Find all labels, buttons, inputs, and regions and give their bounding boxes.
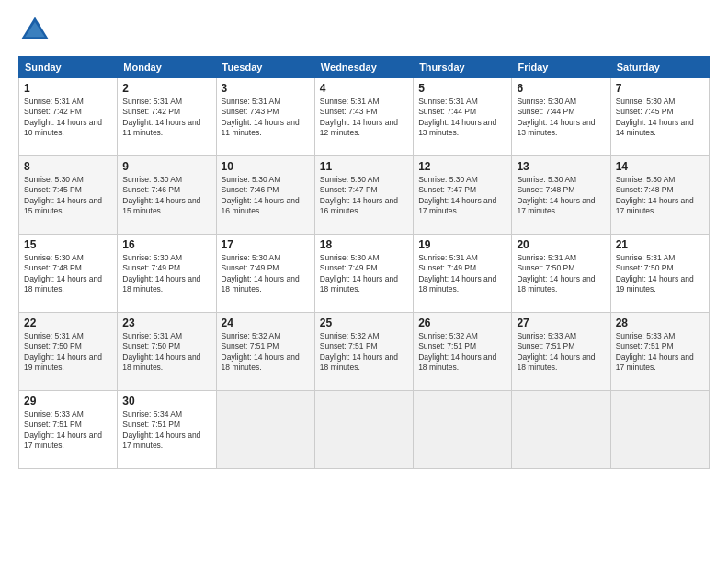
- calendar-day-cell: 18Sunrise: 5:30 AMSunset: 7:49 PMDayligh…: [314, 235, 413, 313]
- day-number: 22: [24, 316, 112, 329]
- day-number: 14: [616, 160, 704, 173]
- day-content: Sunrise: 5:32 AMSunset: 7:51 PMDaylight:…: [320, 331, 408, 373]
- day-number: 21: [616, 238, 704, 251]
- calendar-day-cell: 12Sunrise: 5:30 AMSunset: 7:47 PMDayligh…: [414, 156, 512, 235]
- day-number: 25: [320, 316, 408, 329]
- day-content: Sunrise: 5:31 AMSunset: 7:42 PMDaylight:…: [122, 97, 210, 139]
- day-content: Sunrise: 5:31 AMSunset: 7:43 PMDaylight:…: [222, 97, 310, 139]
- day-content: Sunrise: 5:30 AMSunset: 7:45 PMDaylight:…: [24, 175, 112, 217]
- calendar-day-cell: 21Sunrise: 5:31 AMSunset: 7:50 PMDayligh…: [610, 235, 709, 313]
- empty-cell: [314, 391, 413, 469]
- calendar-day-cell: 15Sunrise: 5:30 AMSunset: 7:48 PMDayligh…: [19, 235, 118, 313]
- day-content: Sunrise: 5:31 AMSunset: 7:42 PMDaylight:…: [24, 97, 112, 139]
- day-number: 16: [122, 238, 210, 251]
- day-number: 27: [517, 316, 605, 329]
- day-number: 7: [616, 82, 704, 95]
- calendar-day-cell: 27Sunrise: 5:33 AMSunset: 7:51 PMDayligh…: [512, 313, 610, 391]
- header: [18, 14, 710, 47]
- calendar-day-cell: 30Sunrise: 5:34 AMSunset: 7:51 PMDayligh…: [118, 391, 216, 469]
- calendar-header-wednesday: Wednesday: [314, 57, 413, 78]
- day-number: 1: [24, 82, 112, 95]
- calendar-table: SundayMondayTuesdayWednesdayThursdayFrid…: [18, 56, 710, 469]
- calendar-week-row: 22Sunrise: 5:31 AMSunset: 7:50 PMDayligh…: [19, 313, 710, 391]
- day-number: 17: [222, 238, 310, 251]
- day-number: 8: [24, 160, 112, 173]
- day-number: 11: [320, 160, 408, 173]
- calendar-header-sunday: Sunday: [19, 57, 118, 78]
- calendar-day-cell: 25Sunrise: 5:32 AMSunset: 7:51 PMDayligh…: [314, 313, 413, 391]
- day-content: Sunrise: 5:31 AMSunset: 7:44 PMDaylight:…: [418, 97, 506, 139]
- calendar-day-cell: 26Sunrise: 5:32 AMSunset: 7:51 PMDayligh…: [414, 313, 512, 391]
- day-number: 30: [122, 395, 210, 408]
- calendar-header-saturday: Saturday: [610, 57, 709, 78]
- calendar-week-row: 8Sunrise: 5:30 AMSunset: 7:45 PMDaylight…: [19, 156, 710, 235]
- calendar-day-cell: 4Sunrise: 5:31 AMSunset: 7:43 PMDaylight…: [314, 78, 413, 156]
- day-content: Sunrise: 5:30 AMSunset: 7:47 PMDaylight:…: [320, 175, 408, 217]
- calendar-day-cell: 23Sunrise: 5:31 AMSunset: 7:50 PMDayligh…: [118, 313, 216, 391]
- day-content: Sunrise: 5:30 AMSunset: 7:48 PMDaylight:…: [616, 175, 704, 217]
- day-number: 4: [320, 82, 408, 95]
- day-content: Sunrise: 5:30 AMSunset: 7:47 PMDaylight:…: [418, 175, 506, 217]
- day-content: Sunrise: 5:30 AMSunset: 7:49 PMDaylight:…: [222, 253, 310, 295]
- calendar-day-cell: 29Sunrise: 5:33 AMSunset: 7:51 PMDayligh…: [19, 391, 118, 469]
- calendar-day-cell: 22Sunrise: 5:31 AMSunset: 7:50 PMDayligh…: [19, 313, 118, 391]
- calendar-day-cell: 20Sunrise: 5:31 AMSunset: 7:50 PMDayligh…: [512, 235, 610, 313]
- calendar-day-cell: 5Sunrise: 5:31 AMSunset: 7:44 PMDaylight…: [414, 78, 512, 156]
- day-number: 9: [122, 160, 210, 173]
- calendar-header-monday: Monday: [118, 57, 216, 78]
- day-content: Sunrise: 5:31 AMSunset: 7:50 PMDaylight:…: [616, 253, 704, 295]
- empty-cell: [512, 391, 610, 469]
- logo-icon: [18, 14, 51, 47]
- day-content: Sunrise: 5:33 AMSunset: 7:51 PMDaylight:…: [616, 331, 704, 373]
- day-content: Sunrise: 5:32 AMSunset: 7:51 PMDaylight:…: [418, 331, 506, 373]
- empty-cell: [216, 391, 314, 469]
- day-content: Sunrise: 5:33 AMSunset: 7:51 PMDaylight:…: [24, 409, 112, 452]
- day-content: Sunrise: 5:31 AMSunset: 7:49 PMDaylight:…: [418, 253, 506, 295]
- day-number: 19: [418, 238, 506, 251]
- day-number: 29: [24, 395, 112, 408]
- calendar-day-cell: 28Sunrise: 5:33 AMSunset: 7:51 PMDayligh…: [610, 313, 709, 391]
- day-content: Sunrise: 5:30 AMSunset: 7:48 PMDaylight:…: [517, 175, 605, 217]
- calendar-day-cell: 6Sunrise: 5:30 AMSunset: 7:44 PMDaylight…: [512, 78, 610, 156]
- day-content: Sunrise: 5:30 AMSunset: 7:44 PMDaylight:…: [517, 97, 605, 139]
- calendar-header-tuesday: Tuesday: [216, 57, 314, 78]
- calendar-day-cell: 10Sunrise: 5:30 AMSunset: 7:46 PMDayligh…: [216, 156, 314, 235]
- page: SundayMondayTuesdayWednesdayThursdayFrid…: [0, 0, 728, 563]
- day-number: 20: [517, 238, 605, 251]
- calendar-week-row: 29Sunrise: 5:33 AMSunset: 7:51 PMDayligh…: [19, 391, 710, 469]
- calendar-day-cell: 9Sunrise: 5:30 AMSunset: 7:46 PMDaylight…: [118, 156, 216, 235]
- day-content: Sunrise: 5:31 AMSunset: 7:50 PMDaylight:…: [24, 331, 112, 373]
- empty-cell: [610, 391, 709, 469]
- day-content: Sunrise: 5:33 AMSunset: 7:51 PMDaylight:…: [517, 331, 605, 373]
- calendar-day-cell: 3Sunrise: 5:31 AMSunset: 7:43 PMDaylight…: [216, 78, 314, 156]
- day-content: Sunrise: 5:30 AMSunset: 7:49 PMDaylight:…: [320, 253, 408, 295]
- day-content: Sunrise: 5:34 AMSunset: 7:51 PMDaylight:…: [122, 409, 210, 452]
- day-content: Sunrise: 5:30 AMSunset: 7:46 PMDaylight:…: [122, 175, 210, 217]
- calendar-day-cell: 11Sunrise: 5:30 AMSunset: 7:47 PMDayligh…: [314, 156, 413, 235]
- calendar-header-thursday: Thursday: [414, 57, 512, 78]
- day-number: 6: [517, 82, 605, 95]
- day-content: Sunrise: 5:31 AMSunset: 7:50 PMDaylight:…: [517, 253, 605, 295]
- calendar-day-cell: 7Sunrise: 5:30 AMSunset: 7:45 PMDaylight…: [610, 78, 709, 156]
- calendar-week-row: 1Sunrise: 5:31 AMSunset: 7:42 PMDaylight…: [19, 78, 710, 156]
- day-content: Sunrise: 5:32 AMSunset: 7:51 PMDaylight:…: [222, 331, 310, 373]
- calendar-header-row: SundayMondayTuesdayWednesdayThursdayFrid…: [19, 57, 710, 78]
- day-number: 12: [418, 160, 506, 173]
- calendar-day-cell: 14Sunrise: 5:30 AMSunset: 7:48 PMDayligh…: [610, 156, 709, 235]
- day-number: 2: [122, 82, 210, 95]
- calendar-day-cell: 16Sunrise: 5:30 AMSunset: 7:49 PMDayligh…: [118, 235, 216, 313]
- day-content: Sunrise: 5:30 AMSunset: 7:46 PMDaylight:…: [222, 175, 310, 217]
- day-number: 23: [122, 316, 210, 329]
- day-content: Sunrise: 5:30 AMSunset: 7:48 PMDaylight:…: [24, 253, 112, 295]
- calendar-day-cell: 17Sunrise: 5:30 AMSunset: 7:49 PMDayligh…: [216, 235, 314, 313]
- day-content: Sunrise: 5:31 AMSunset: 7:50 PMDaylight:…: [122, 331, 210, 373]
- calendar-day-cell: 24Sunrise: 5:32 AMSunset: 7:51 PMDayligh…: [216, 313, 314, 391]
- day-number: 10: [222, 160, 310, 173]
- calendar-day-cell: 19Sunrise: 5:31 AMSunset: 7:49 PMDayligh…: [414, 235, 512, 313]
- day-number: 13: [517, 160, 605, 173]
- calendar-week-row: 15Sunrise: 5:30 AMSunset: 7:48 PMDayligh…: [19, 235, 710, 313]
- calendar-day-cell: 8Sunrise: 5:30 AMSunset: 7:45 PMDaylight…: [19, 156, 118, 235]
- day-number: 3: [222, 82, 310, 95]
- day-content: Sunrise: 5:31 AMSunset: 7:43 PMDaylight:…: [320, 97, 408, 139]
- day-number: 28: [616, 316, 704, 329]
